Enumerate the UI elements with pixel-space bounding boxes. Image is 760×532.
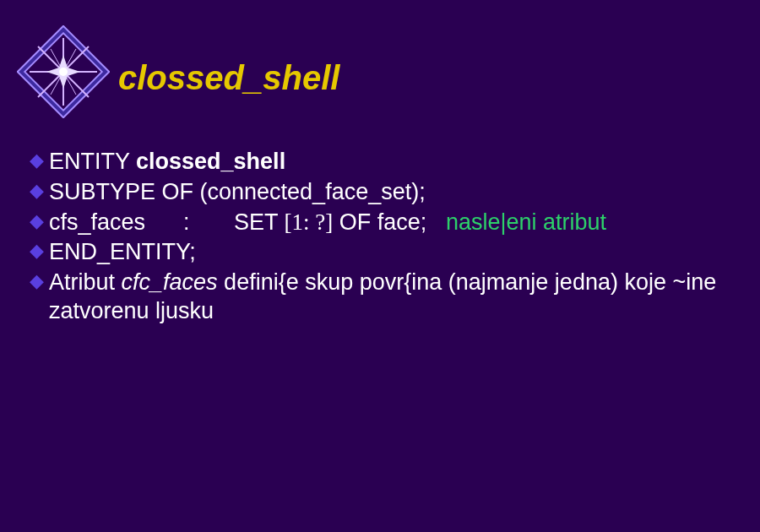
bullet-text: cfs_faces : SET [1: ?] OF face; nasle|en… bbox=[49, 209, 743, 237]
bullet-diamond-icon: ◆ bbox=[30, 269, 44, 295]
bullet-diamond-icon: ◆ bbox=[30, 178, 44, 204]
bullet-item: ◆ ENTITY clossed_shell bbox=[30, 148, 743, 176]
bullet-diamond-icon: ◆ bbox=[30, 148, 44, 174]
bullet-diamond-icon: ◆ bbox=[30, 238, 44, 264]
slide-title: clossed_shell bbox=[118, 59, 339, 97]
bullet-text: SUBTYPE OF (connected_face_set); bbox=[49, 178, 743, 207]
bullet-diamond-icon: ◆ bbox=[30, 209, 44, 235]
bullet-text: ENTITY clossed_shell bbox=[49, 148, 743, 176]
bullet-item: ◆ cfs_faces : SET [1: ?] OF face; nasle|… bbox=[30, 209, 743, 237]
bullet-text: END_ENTITY; bbox=[49, 238, 743, 267]
slide-body: ◆ ENTITY clossed_shell ◆ SUBTYPE OF (con… bbox=[30, 148, 743, 328]
bullet-item: ◆ END_ENTITY; bbox=[30, 238, 743, 267]
slide: clossed_shell ◆ ENTITY clossed_shell ◆ S… bbox=[0, 0, 760, 532]
bullet-text: Atribut cfc_faces defini{e skup povr{ina… bbox=[49, 269, 743, 326]
bullet-item: ◆ SUBTYPE OF (connected_face_set); bbox=[30, 178, 743, 207]
bullet-item: ◆ Atribut cfc_faces defini{e skup povr{i… bbox=[30, 269, 743, 326]
logo-starburst bbox=[17, 25, 110, 118]
svg-point-10 bbox=[59, 68, 68, 76]
